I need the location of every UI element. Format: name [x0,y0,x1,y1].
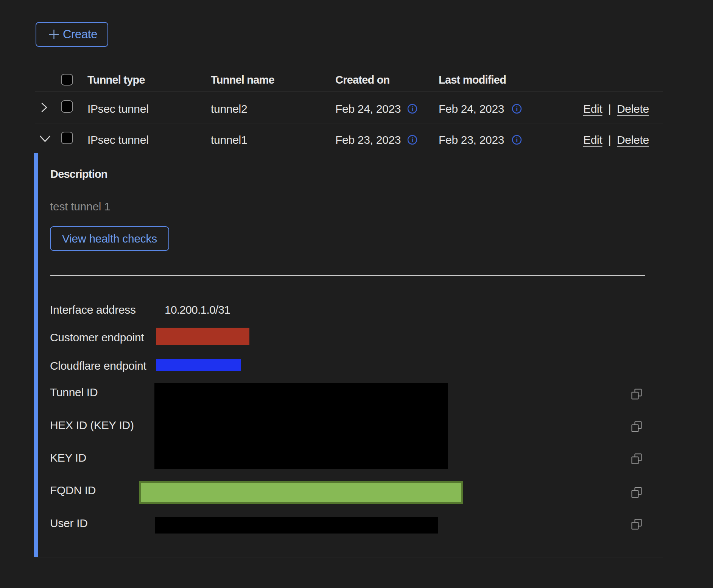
svg-text:i: i [516,105,518,113]
svg-text:i: i [411,136,413,144]
svg-text:i: i [516,136,518,144]
svg-text:i: i [411,105,413,113]
